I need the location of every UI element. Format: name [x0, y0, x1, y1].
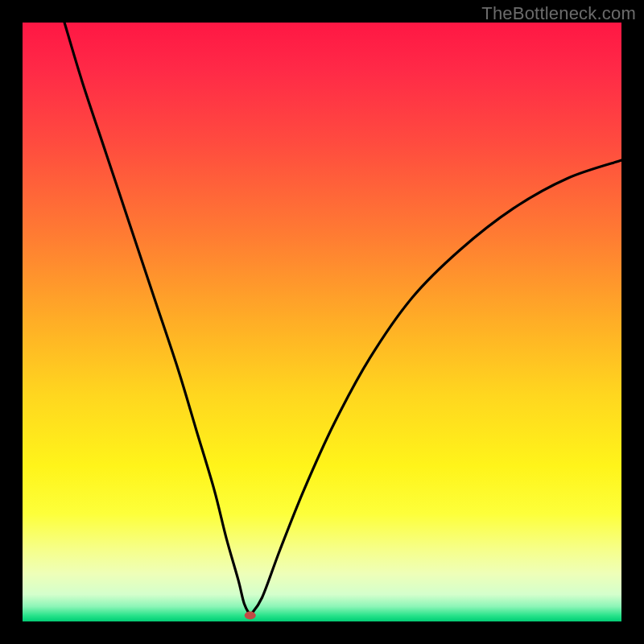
curve-right-branch [250, 160, 621, 615]
curve-left-branch [64, 23, 250, 616]
chart-frame: TheBottleneck.com [0, 0, 644, 644]
plot-area [23, 23, 621, 621]
watermark-text: TheBottleneck.com [481, 3, 636, 24]
minimum-marker [245, 612, 256, 620]
chart-svg [23, 23, 621, 621]
